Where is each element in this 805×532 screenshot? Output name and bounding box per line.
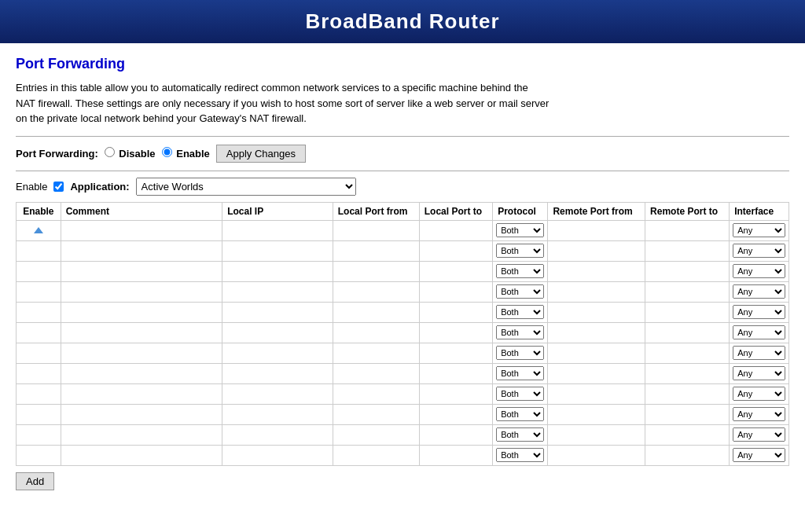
remote-port-from-input[interactable] [551, 388, 641, 399]
protocol-select[interactable]: BothTCPUDP [496, 346, 544, 360]
comment-input[interactable] [64, 286, 219, 297]
local-port-from-input[interactable] [336, 266, 416, 277]
local-port-to-input[interactable] [423, 388, 489, 399]
remote-port-from-input[interactable] [551, 409, 641, 420]
local-port-to-input[interactable] [423, 266, 489, 277]
local-ip-input[interactable] [226, 409, 329, 420]
application-select[interactable]: Active Worlds AIM BitTorrent FTP HTTP HT… [136, 178, 356, 196]
protocol-select[interactable]: BothTCPUDP [496, 366, 544, 380]
remote-port-from-input[interactable] [551, 327, 641, 338]
protocol-select[interactable]: BothTCPUDP [496, 427, 544, 442]
remote-port-from-input[interactable] [551, 347, 641, 358]
local-port-from-input[interactable] [336, 327, 416, 338]
interface-select[interactable]: AnyWANLAN [733, 264, 785, 278]
local-port-to-input[interactable] [423, 429, 489, 440]
protocol-select[interactable]: BothTCPUDP [496, 264, 544, 278]
local-port-from-input[interactable] [336, 245, 416, 256]
remote-port-to-input[interactable] [649, 449, 726, 460]
remote-port-to-input[interactable] [649, 286, 726, 297]
remote-port-to-input[interactable] [649, 327, 726, 338]
apply-changes-button[interactable]: Apply Changes [216, 145, 306, 163]
interface-select[interactable]: AnyWANLAN [733, 448, 785, 462]
local-port-to-input[interactable] [423, 347, 489, 358]
comment-input[interactable] [64, 409, 219, 420]
protocol-select[interactable]: BothTCPUDP [496, 284, 544, 299]
protocol-select[interactable]: BothTCPUDP [496, 223, 544, 237]
protocol-select[interactable]: BothTCPUDP [496, 305, 544, 319]
local-port-to-input[interactable] [423, 368, 489, 379]
local-ip-input[interactable] [226, 266, 329, 277]
comment-input[interactable] [64, 306, 219, 317]
local-port-from-input[interactable] [336, 306, 416, 317]
remote-port-to-input[interactable] [649, 347, 726, 358]
remote-port-to-input[interactable] [649, 388, 726, 399]
remote-port-to-input[interactable] [649, 409, 726, 420]
interface-select[interactable]: AnyWANLAN [733, 284, 785, 299]
local-port-from-input[interactable] [336, 449, 416, 460]
interface-select[interactable]: AnyWANLAN [733, 366, 785, 380]
local-port-from-input[interactable] [336, 409, 416, 420]
local-ip-input[interactable] [226, 347, 329, 358]
local-port-to-input[interactable] [423, 327, 489, 338]
interface-select[interactable]: AnyWANLAN [733, 223, 785, 237]
local-port-to-input[interactable] [423, 245, 489, 256]
add-button[interactable]: Add [16, 472, 54, 490]
remote-port-from-input[interactable] [551, 368, 641, 379]
protocol-select[interactable]: BothTCPUDP [496, 448, 544, 462]
comment-input[interactable] [64, 368, 219, 379]
local-port-to-input[interactable] [423, 286, 489, 297]
interface-select[interactable]: AnyWANLAN [733, 427, 785, 442]
remote-port-to-input[interactable] [649, 266, 726, 277]
local-port-to-input[interactable] [423, 449, 489, 460]
protocol-select[interactable]: BothTCPUDP [496, 325, 544, 339]
local-ip-input[interactable] [226, 286, 329, 297]
local-ip-input[interactable] [226, 368, 329, 379]
remote-port-from-input[interactable] [551, 225, 641, 236]
remote-port-from-input[interactable] [551, 286, 641, 297]
protocol-select[interactable]: BothTCPUDP [496, 244, 544, 258]
local-ip-input[interactable] [226, 327, 329, 338]
local-ip-input[interactable] [226, 449, 329, 460]
interface-select[interactable]: AnyWANLAN [733, 387, 785, 401]
remote-port-to-input[interactable] [649, 225, 726, 236]
local-port-to-input[interactable] [423, 409, 489, 420]
interface-select[interactable]: AnyWANLAN [733, 305, 785, 319]
remote-port-from-input[interactable] [551, 429, 641, 440]
local-ip-input[interactable] [226, 388, 329, 399]
remote-port-to-input[interactable] [649, 368, 726, 379]
local-port-to-input[interactable] [423, 225, 489, 236]
comment-input[interactable] [64, 388, 219, 399]
local-port-from-input[interactable] [336, 388, 416, 399]
enable-radio[interactable] [162, 147, 172, 157]
remote-port-from-input[interactable] [551, 449, 641, 460]
local-port-from-input[interactable] [336, 347, 416, 358]
protocol-select[interactable]: BothTCPUDP [496, 407, 544, 421]
comment-input[interactable] [64, 225, 219, 236]
local-port-from-input[interactable] [336, 286, 416, 297]
enable-checkbox[interactable] [53, 182, 64, 192]
local-port-from-input[interactable] [336, 429, 416, 440]
interface-select[interactable]: AnyWANLAN [733, 346, 785, 360]
comment-input[interactable] [64, 429, 219, 440]
interface-select[interactable]: AnyWANLAN [733, 325, 785, 339]
remote-port-to-input[interactable] [649, 245, 726, 256]
local-port-to-input[interactable] [423, 306, 489, 317]
interface-select[interactable]: AnyWANLAN [733, 407, 785, 421]
disable-radio[interactable] [105, 147, 115, 157]
local-ip-input[interactable] [226, 429, 329, 440]
remote-port-from-input[interactable] [551, 245, 641, 256]
interface-select[interactable]: AnyWANLAN [733, 244, 785, 258]
remote-port-from-input[interactable] [551, 306, 641, 317]
comment-input[interactable] [64, 245, 219, 256]
protocol-select[interactable]: BothTCPUDP [496, 387, 544, 401]
remote-port-to-input[interactable] [649, 306, 726, 317]
remote-port-from-input[interactable] [551, 266, 641, 277]
remote-port-to-input[interactable] [649, 429, 726, 440]
comment-input[interactable] [64, 347, 219, 358]
local-ip-input[interactable] [226, 225, 329, 236]
comment-input[interactable] [64, 449, 219, 460]
local-ip-input[interactable] [226, 245, 329, 256]
local-port-from-input[interactable] [336, 225, 416, 236]
comment-input[interactable] [64, 266, 219, 277]
local-ip-input[interactable] [226, 306, 329, 317]
